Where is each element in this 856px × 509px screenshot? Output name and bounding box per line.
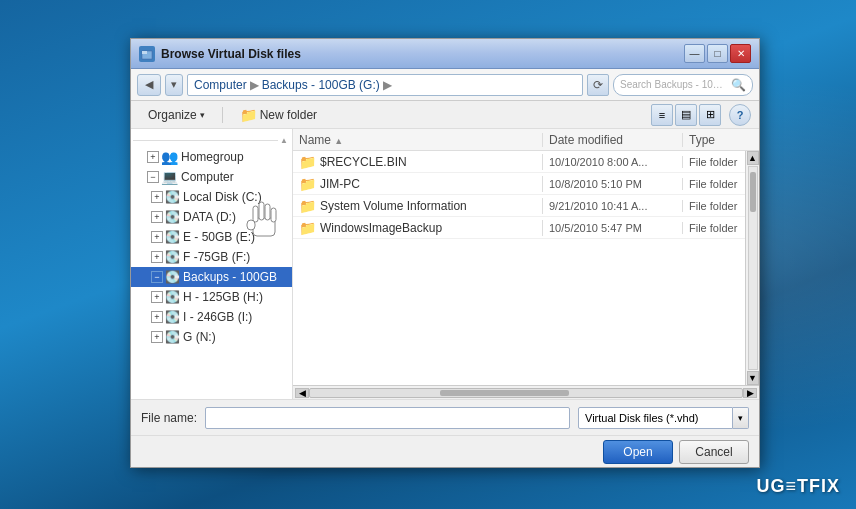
expand-c-icon[interactable]: + <box>151 191 163 203</box>
dialog-title: Browse Virtual Disk files <box>161 47 684 61</box>
sidebar-item-i[interactable]: + 💽 I - 246GB (I:) <box>131 307 292 327</box>
breadcrumb-backups[interactable]: Backups - 100GB (G:) <box>262 78 380 92</box>
sidebar-item-computer[interactable]: − 💻 Computer <box>131 167 292 187</box>
expand-e-icon[interactable]: + <box>151 231 163 243</box>
sidebar: ▲ + 👥 Homegroup − 💻 Computer + 💽 Local D… <box>131 129 293 399</box>
expand-f-icon[interactable]: + <box>151 251 163 263</box>
view-details-button[interactable]: ▤ <box>675 104 697 126</box>
breadcrumb-computer[interactable]: Computer <box>194 78 247 92</box>
open-button[interactable]: Open <box>603 440 673 464</box>
disk-i-icon: 💽 <box>165 310 180 324</box>
h-scroll-track <box>309 388 743 398</box>
organize-label: Organize <box>148 108 197 122</box>
back-button[interactable]: ◀ <box>137 74 161 96</box>
column-name[interactable]: Name ▲ <box>293 133 543 147</box>
expand-homegroup-icon[interactable]: + <box>147 151 159 163</box>
view-toggle-button[interactable]: ≡ <box>651 104 673 126</box>
filetype-display: Virtual Disk files (*.vhd) <box>578 407 733 429</box>
separator-2: ▶ <box>383 78 392 92</box>
disk-g-icon: 💽 <box>165 330 180 344</box>
cancel-button[interactable]: Cancel <box>679 440 749 464</box>
view-large-button[interactable]: ⊞ <box>699 104 721 126</box>
filetype-dropdown-button[interactable]: ▾ <box>733 407 749 429</box>
disk-f-label: F -75GB (F:) <box>183 250 250 264</box>
table-row[interactable]: 📁 System Volume Information 9/21/2010 10… <box>293 195 745 217</box>
backups-label: Backups - 100GB <box>183 270 277 284</box>
table-row[interactable]: 📁 $RECYCLE.BIN 10/10/2010 8:00 A... File… <box>293 151 745 173</box>
expand-i-icon[interactable]: + <box>151 311 163 323</box>
view-buttons: ≡ ▤ ⊞ <box>651 104 721 126</box>
sidebar-item-data-d[interactable]: + 💽 DATA (D:) <box>131 207 292 227</box>
expand-h-icon[interactable]: + <box>151 291 163 303</box>
file-list-header: Name ▲ Date modified Type <box>293 129 759 151</box>
disk-c-icon: 💽 <box>165 190 180 204</box>
scroll-up-button[interactable]: ▲ <box>747 151 759 165</box>
sidebar-item-homegroup[interactable]: + 👥 Homegroup <box>131 147 292 167</box>
dialog-icon <box>139 46 155 62</box>
expand-backups-icon[interactable]: − <box>151 271 163 283</box>
horizontal-scrollbar: ◀ ▶ <box>293 385 759 399</box>
disk-backups-icon: 💽 <box>165 270 180 284</box>
file-date-winbackup: 10/5/2010 5:47 PM <box>543 222 683 234</box>
minimize-button[interactable]: — <box>684 44 705 63</box>
sidebar-item-g[interactable]: + 💽 G (N:) <box>131 327 292 347</box>
expand-g-icon[interactable]: + <box>151 331 163 343</box>
expand-d-icon[interactable]: + <box>151 211 163 223</box>
sidebar-item-local-disk-c[interactable]: + 💽 Local Disk (C:) <box>131 187 292 207</box>
scroll-right-button[interactable]: ▶ <box>743 388 757 398</box>
folder-winbackup-icon: 📁 <box>299 220 316 236</box>
disk-d-icon: 💽 <box>165 210 180 224</box>
search-box[interactable]: Search Backups - 100G... 🔍 <box>613 74 753 96</box>
sidebar-item-h[interactable]: + 💽 H - 125GB (H:) <box>131 287 292 307</box>
disk-i-label: I - 246GB (I:) <box>183 310 252 324</box>
svg-rect-1 <box>142 51 147 54</box>
title-bar: Browse Virtual Disk files — □ ✕ <box>131 39 759 69</box>
address-bar: ◀ ▾ Computer ▶ Backups - 100GB (G:) ▶ ⟳ … <box>131 69 759 101</box>
scroll-left-button[interactable]: ◀ <box>295 388 309 398</box>
disk-e-icon: 💽 <box>165 230 180 244</box>
organize-button[interactable]: Organize ▾ <box>139 104 214 126</box>
expand-computer-icon[interactable]: − <box>147 171 159 183</box>
homegroup-icon: 👥 <box>161 149 178 165</box>
file-name-sysvolinfo: 📁 System Volume Information <box>293 198 543 214</box>
computer-icon: 💻 <box>161 169 178 185</box>
file-type-recycle: File folder <box>683 156 745 168</box>
column-type[interactable]: Type <box>683 133 759 147</box>
h-scroll-thumb[interactable] <box>440 390 570 396</box>
homegroup-label: Homegroup <box>181 150 244 164</box>
table-row[interactable]: 📁 JIM-PC 10/8/2010 5:10 PM File folder <box>293 173 745 195</box>
folder-sysvolinfo-icon: 📁 <box>299 198 316 214</box>
close-button[interactable]: ✕ <box>730 44 751 63</box>
file-name-winbackup: 📁 WindowsImageBackup <box>293 220 543 236</box>
file-date-recycle: 10/10/2010 8:00 A... <box>543 156 683 168</box>
maximize-button[interactable]: □ <box>707 44 728 63</box>
folder-recycle-icon: 📁 <box>299 154 316 170</box>
disk-g-label: G (N:) <box>183 330 216 344</box>
disk-d-label: DATA (D:) <box>183 210 236 224</box>
new-folder-button[interactable]: 📁 New folder <box>231 104 326 126</box>
scroll-down-button[interactable]: ▼ <box>747 371 759 385</box>
sidebar-item-backups[interactable]: − 💽 Backups - 100GB <box>131 267 292 287</box>
organize-arrow-icon: ▾ <box>200 110 205 120</box>
scroll-thumb[interactable] <box>750 172 756 212</box>
watermark: UG≡TFIX <box>757 476 841 497</box>
address-path[interactable]: Computer ▶ Backups - 100GB (G:) ▶ <box>187 74 583 96</box>
forward-button[interactable]: ▾ <box>165 74 183 96</box>
table-row[interactable]: 📁 WindowsImageBackup 10/5/2010 5:47 PM F… <box>293 217 745 239</box>
sidebar-item-e[interactable]: + 💽 E - 50GB (E:) <box>131 227 292 247</box>
file-list-wrapper: 📁 $RECYCLE.BIN 10/10/2010 8:00 A... File… <box>293 151 759 385</box>
file-date-sysvolinfo: 9/21/2010 10:41 A... <box>543 200 683 212</box>
column-date[interactable]: Date modified <box>543 133 683 147</box>
file-name-recycle: 📁 $RECYCLE.BIN <box>293 154 543 170</box>
bottom-bar: File name: Virtual Disk files (*.vhd) ▾ <box>131 399 759 435</box>
disk-c-label: Local Disk (C:) <box>183 190 262 204</box>
filename-input[interactable] <box>205 407 570 429</box>
help-button[interactable]: ? <box>729 104 751 126</box>
file-name-jimpc: 📁 JIM-PC <box>293 176 543 192</box>
file-date-jimpc: 10/8/2010 5:10 PM <box>543 178 683 190</box>
file-type-sysvolinfo: File folder <box>683 200 745 212</box>
refresh-button[interactable]: ⟳ <box>587 74 609 96</box>
sidebar-item-f[interactable]: + 💽 F -75GB (F:) <box>131 247 292 267</box>
search-placeholder: Search Backups - 100G... <box>620 79 727 90</box>
disk-f-icon: 💽 <box>165 250 180 264</box>
